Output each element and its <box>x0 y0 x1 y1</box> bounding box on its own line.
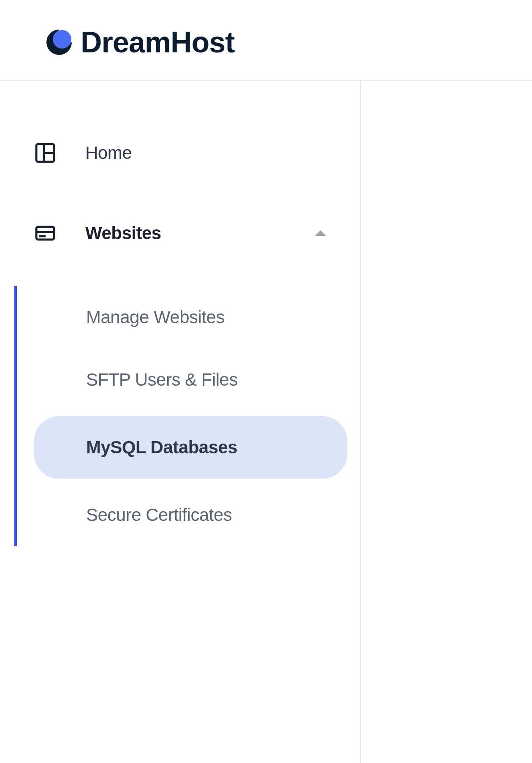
sub-item-label: MySQL Databases <box>86 437 237 457</box>
sub-item-secure-certificates[interactable]: Secure Certificates <box>0 484 360 546</box>
sub-item-label: SFTP Users & Files <box>86 370 238 390</box>
nav-home-label: Home <box>85 143 132 163</box>
brand-name: DreamHost <box>81 25 234 59</box>
websites-sub-items: Manage Websites SFTP Users & Files MySQL… <box>0 286 360 546</box>
svg-rect-4 <box>36 227 54 240</box>
websites-icon <box>35 223 56 244</box>
sub-item-label: Secure Certificates <box>86 505 232 525</box>
sub-item-mysql-databases[interactable]: MySQL Databases <box>34 416 347 479</box>
sub-item-label: Manage Websites <box>86 307 225 327</box>
sub-item-manage-websites[interactable]: Manage Websites <box>0 286 360 349</box>
nav-item-websites[interactable]: Websites <box>0 208 360 259</box>
nav-item-home[interactable]: Home <box>0 128 360 178</box>
header: DreamHost <box>0 0 532 81</box>
home-icon <box>35 142 56 164</box>
chevron-up-icon <box>315 230 326 236</box>
brand-logo[interactable]: DreamHost <box>44 25 532 59</box>
sub-item-sftp-users-files[interactable]: SFTP Users & Files <box>0 349 360 411</box>
dreamhost-logo-icon <box>44 27 74 57</box>
sidebar: Home Websites Manage Websites SFTP Users… <box>0 81 361 763</box>
nav-websites-label: Websites <box>85 223 161 243</box>
svg-point-0 <box>53 30 71 49</box>
